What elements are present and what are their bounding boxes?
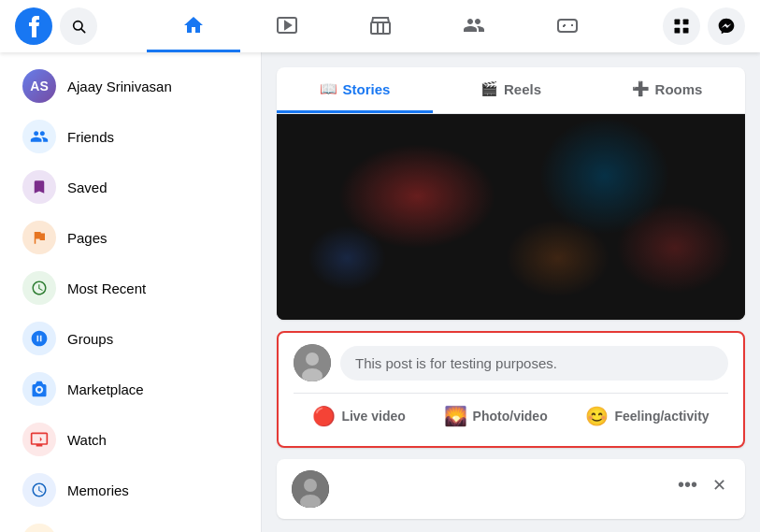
svg-rect-8 xyxy=(683,20,689,25)
saved-icon xyxy=(22,170,56,204)
photo-video-button[interactable]: 🌄 Photo/video xyxy=(429,397,563,435)
facebook-logo xyxy=(15,7,52,45)
create-post-placeholder: This post is for testing purposes. xyxy=(355,355,557,371)
grid-icon xyxy=(672,17,691,36)
live-video-label: Live video xyxy=(341,409,405,424)
groups-sidebar-icon xyxy=(22,322,56,355)
marketplace-sidebar-icon xyxy=(22,372,56,406)
live-video-icon: 🔴 xyxy=(312,405,336,427)
svg-rect-5 xyxy=(371,22,390,34)
most-recent-icon xyxy=(22,271,56,305)
svg-line-2 xyxy=(81,29,85,33)
close-post-button[interactable]: ✕ xyxy=(709,471,730,499)
stories-tabs: 📖 Stories 🎬 Reels ➕ Rooms xyxy=(277,67,745,114)
watch-icon xyxy=(276,14,298,36)
groups-icon xyxy=(463,14,485,36)
photo-video-icon: 🌄 xyxy=(444,405,467,427)
bottom-card-left xyxy=(292,470,329,508)
sidebar-item-most-recent[interactable]: Most Recent xyxy=(7,264,253,312)
stories-noise-texture xyxy=(277,114,745,320)
create-post-input[interactable]: This post is for testing purposes. xyxy=(340,346,728,381)
bottom-post-avatar xyxy=(292,470,329,508)
tab-rooms[interactable]: ➕ Rooms xyxy=(589,67,745,113)
svg-rect-6 xyxy=(558,20,577,32)
pages-icon xyxy=(22,221,56,254)
user-name: Ajaay Srinivasan xyxy=(67,79,172,94)
stories-tab-icon: 📖 xyxy=(320,80,337,97)
sidebar-item-memories[interactable]: Memories xyxy=(7,466,253,514)
friends-icon xyxy=(22,120,56,153)
topnav-center xyxy=(147,0,614,52)
watch-sidebar-icon xyxy=(22,423,56,456)
avatar-image xyxy=(294,344,331,381)
create-post-card: This post is for testing purposes. 🔴 Liv… xyxy=(277,331,745,448)
top-navigation xyxy=(0,0,760,52)
nav-home-button[interactable] xyxy=(147,0,240,52)
nav-gaming-button[interactable] xyxy=(521,0,614,52)
gaming-icon xyxy=(556,14,579,36)
rooms-tab-label: Rooms xyxy=(655,81,703,97)
more-icon: ••• xyxy=(678,474,697,495)
svg-rect-10 xyxy=(683,28,689,34)
messenger-button[interactable] xyxy=(708,7,745,45)
reels-tab-label: Reels xyxy=(504,81,541,97)
tab-reels[interactable]: 🎬 Reels xyxy=(433,67,589,113)
feeling-activity-icon: 😊 xyxy=(585,405,609,427)
memories-icon xyxy=(22,473,56,507)
stories-content xyxy=(277,114,745,320)
more-options-button[interactable]: ••• xyxy=(674,470,701,499)
sidebar-label-most-recent: Most Recent xyxy=(67,280,146,296)
marketplace-icon xyxy=(369,14,392,36)
menu-button[interactable] xyxy=(663,7,700,45)
sidebar-label-saved: Saved xyxy=(67,180,108,195)
avatar-initials: AS xyxy=(30,79,48,93)
create-post-actions: 🔴 Live video 🌄 Photo/video 😊 Feeling/act… xyxy=(294,393,728,435)
sidebar-item-watch[interactable]: Watch xyxy=(7,415,253,464)
sidebar-label-watch: Watch xyxy=(67,432,107,448)
topnav-right xyxy=(663,7,745,45)
create-post-top: This post is for testing purposes. xyxy=(294,344,728,381)
sidebar-item-events[interactable]: Events xyxy=(7,516,253,532)
live-video-button[interactable]: 🔴 Live video xyxy=(297,397,420,435)
sidebar-label-friends: Friends xyxy=(67,129,114,145)
svg-rect-7 xyxy=(675,20,681,25)
search-icon xyxy=(71,19,86,34)
sidebar-item-groups[interactable]: Groups xyxy=(7,314,253,363)
sidebar-item-friends[interactable]: Friends xyxy=(7,112,253,161)
feeling-activity-button[interactable]: 😊 Feeling/activity xyxy=(570,397,724,435)
search-button[interactable] xyxy=(60,7,97,45)
topnav-left xyxy=(15,7,97,45)
svg-point-14 xyxy=(306,352,319,366)
user-avatar: AS xyxy=(22,69,56,103)
bottom-card-actions: ••• ✕ xyxy=(674,470,730,499)
nav-marketplace-button[interactable] xyxy=(334,0,427,52)
svg-marker-4 xyxy=(285,22,291,29)
sidebar-label-memories: Memories xyxy=(67,482,129,498)
sidebar-item-pages[interactable]: Pages xyxy=(7,213,253,262)
svg-rect-12 xyxy=(277,114,745,320)
sidebar-item-profile[interactable]: AS Ajaay Srinivasan xyxy=(7,62,253,110)
home-icon xyxy=(182,14,205,36)
events-icon xyxy=(22,524,56,532)
main-content: 📖 Stories 🎬 Reels ➕ Rooms xyxy=(262,52,760,532)
nav-groups-button[interactable] xyxy=(427,0,521,52)
tab-stories[interactable]: 📖 Stories xyxy=(277,67,433,113)
close-icon: ✕ xyxy=(712,476,726,495)
reels-tab-icon: 🎬 xyxy=(480,80,498,97)
stories-tab-label: Stories xyxy=(343,81,391,97)
sidebar-item-saved[interactable]: Saved xyxy=(7,163,253,211)
svg-point-11 xyxy=(37,388,41,392)
sidebar: AS Ajaay Srinivasan Friends Saved xyxy=(0,52,262,532)
sidebar-label-groups: Groups xyxy=(67,331,113,347)
bottom-post-card: ••• ✕ xyxy=(277,459,745,519)
rooms-tab-icon: ➕ xyxy=(632,80,650,97)
stories-card: 📖 Stories 🎬 Reels ➕ Rooms xyxy=(277,67,745,320)
photo-video-label: Photo/video xyxy=(473,409,548,424)
messenger-icon xyxy=(717,17,736,36)
sidebar-label-marketplace: Marketplace xyxy=(67,381,144,397)
nav-watch-button[interactable] xyxy=(240,0,334,52)
bottom-avatar-image xyxy=(292,470,329,508)
sidebar-item-marketplace[interactable]: Marketplace xyxy=(7,365,253,413)
feeling-activity-label: Feeling/activity xyxy=(614,409,709,424)
svg-rect-9 xyxy=(675,28,681,34)
